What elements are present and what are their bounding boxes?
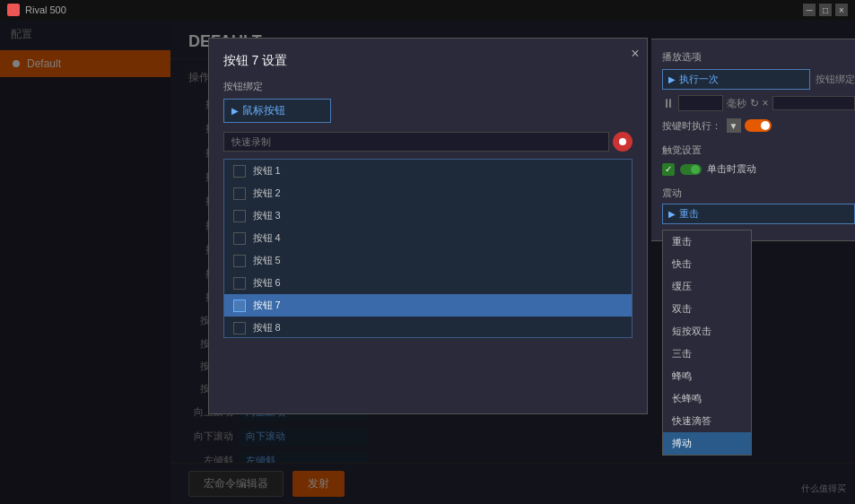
maximize-button[interactable]: □ <box>819 4 832 16</box>
inner-item-label-3: 按钮 3 <box>253 209 281 222</box>
record-button[interactable] <box>613 132 633 152</box>
inner-item-btn2[interactable]: 按钮 2 <box>224 182 632 204</box>
title-bar-left: Rival 500 <box>7 4 66 16</box>
playback-dropdown-value: 执行一次 <box>679 73 719 86</box>
touch-section: 触觉设置 ✓ 单击时震动 <box>662 143 855 176</box>
touch-toggle[interactable] <box>680 164 702 175</box>
time-row: ⏸ 毫秒 ↻ × <box>662 95 855 111</box>
dropdown-arrow: ▶ <box>231 106 239 116</box>
inner-item-btn1[interactable]: 按钮 1 <box>224 160 632 182</box>
time-close-button[interactable]: × <box>763 97 769 109</box>
vibration-option-chonghit[interactable]: 重击 <box>663 230 751 253</box>
binding-label: 按钮绑定 <box>223 80 633 93</box>
playback-section: 播放选项 ▶ 执行一次 按钮绑定 ⏸ 毫秒 ↻ × 按 <box>662 50 855 133</box>
vibration-option-beep[interactable]: 蜂鸣 <box>663 365 751 387</box>
right-panel: 播放选项 ▶ 执行一次 按钮绑定 ⏸ 毫秒 ↻ × 按 <box>651 39 856 241</box>
time-unit: 毫秒 <box>727 97 746 110</box>
dialog-title: 按钮 7 设置 <box>223 53 633 69</box>
inner-item-label-1: 按钮 1 <box>253 164 281 178</box>
inner-item-btn3[interactable]: 按钮 3 <box>224 204 632 227</box>
vibration-option-fasthit[interactable]: 快击 <box>663 253 751 275</box>
search-row <box>223 132 633 152</box>
inner-item-btn5[interactable]: 按钮 5 <box>224 249 632 272</box>
title-bar: Rival 500 ─ □ × <box>0 0 855 20</box>
vibration-arrow: ▶ <box>668 209 676 219</box>
inner-item-label-8: 按钮 8 <box>253 321 281 335</box>
vibration-title: 震动 <box>662 187 855 200</box>
vibration-option-longbeep[interactable]: 长蜂鸣 <box>663 387 751 410</box>
touch-row: ✓ 单击时震动 <box>662 162 855 176</box>
playback-dropdown[interactable]: ▶ 执行一次 <box>662 69 810 90</box>
watermark: 什么值得买 <box>801 482 846 495</box>
inner-item-btn8[interactable]: 按钮 8 <box>224 317 632 338</box>
refresh-button[interactable]: ↻ <box>750 97 759 109</box>
title-bar-controls: ─ □ × <box>803 4 848 16</box>
playback-row: ▶ 执行一次 按钮绑定 <box>662 69 855 90</box>
toggle-switch: ▼ <box>727 118 772 133</box>
minimize-button[interactable]: ─ <box>803 4 816 16</box>
toggle-down: ▼ <box>727 118 741 133</box>
app-icon <box>7 4 20 16</box>
checkbox-btn7[interactable] <box>233 300 246 312</box>
touch-option-label: 单击时震动 <box>707 162 756 176</box>
checkbox-btn2[interactable] <box>233 187 246 200</box>
progress-bar <box>772 96 855 110</box>
inner-item-label-7: 按钮 7 <box>253 299 281 312</box>
touch-check[interactable]: ✓ <box>662 163 675 176</box>
dialog-close-button[interactable]: × <box>631 46 639 62</box>
vibration-section: 震动 ▶ 重击 重击 快击 缓压 双击 短按双击 三击 蜂鸣 长蜂鸣 快速滴答 … <box>662 187 855 224</box>
inner-item-btn7[interactable]: 按钮 7 <box>224 294 632 317</box>
inner-item-label-5: 按钮 5 <box>253 254 281 267</box>
pause-icon: ⏸ <box>662 96 675 110</box>
playback-label: 播放选项 <box>662 50 855 64</box>
vibration-dropdown[interactable]: ▶ 重击 <box>662 204 855 224</box>
vibration-option-tick[interactable]: 快速滴答 <box>663 410 751 432</box>
checkbox-btn6[interactable] <box>233 277 246 290</box>
record-dot <box>619 138 626 145</box>
checkbox-btn3[interactable] <box>233 210 246 222</box>
vibration-value: 重击 <box>679 207 699 221</box>
vibration-option-double[interactable]: 双击 <box>663 298 751 320</box>
inner-item-btn4[interactable]: 按钮 4 <box>224 227 632 249</box>
playback-help-icon[interactable]: 按钮绑定 <box>816 73 855 86</box>
dialog-overlay: × 按钮 7 设置 按钮绑定 ▶ 鼠标按钮 按钮 1 按钮 2 <box>0 20 855 504</box>
checkbox-btn5[interactable] <box>233 255 246 267</box>
vibration-option-press[interactable]: 缓压 <box>663 275 751 298</box>
touch-label: 触觉设置 <box>662 143 855 157</box>
vibration-dropdown-menu: 重击 快击 缓压 双击 短按双击 三击 蜂鸣 长蜂鸣 快速滴答 搏动 <box>662 230 752 456</box>
key-action-row: 按键时执行： ▼ <box>662 118 855 133</box>
checkbox-btn4[interactable] <box>233 232 246 245</box>
inner-button-list: 按钮 1 按钮 2 按钮 3 按钮 4 按钮 5 按钮 6 <box>223 159 633 338</box>
vibration-option-shortdouble[interactable]: 短按双击 <box>663 320 751 343</box>
time-input[interactable] <box>678 95 723 111</box>
search-input[interactable] <box>223 132 609 152</box>
binding-dropdown-row: ▶ 鼠标按钮 <box>223 99 633 123</box>
inner-item-label-2: 按钮 2 <box>253 187 281 200</box>
close-button[interactable]: × <box>835 4 848 16</box>
toggle-on[interactable] <box>745 119 772 132</box>
playback-dropdown-arrow: ▶ <box>668 74 676 84</box>
checkbox-btn1[interactable] <box>233 165 246 178</box>
checkbox-btn8[interactable] <box>233 322 246 335</box>
vibration-option-pulse[interactable]: 搏动 <box>663 432 751 455</box>
inner-item-label-6: 按钮 6 <box>253 276 281 290</box>
button-settings-dialog: × 按钮 7 设置 按钮绑定 ▶ 鼠标按钮 按钮 1 按钮 2 <box>208 38 648 414</box>
key-action-label: 按键时执行： <box>662 119 721 133</box>
app-title: Rival 500 <box>25 4 66 15</box>
inner-item-btn6[interactable]: 按钮 6 <box>224 272 632 294</box>
vibration-option-triple[interactable]: 三击 <box>663 343 751 365</box>
binding-dropdown-value: 鼠标按钮 <box>242 103 285 118</box>
binding-dropdown[interactable]: ▶ 鼠标按钮 <box>223 99 331 123</box>
inner-item-label-4: 按钮 4 <box>253 231 281 245</box>
